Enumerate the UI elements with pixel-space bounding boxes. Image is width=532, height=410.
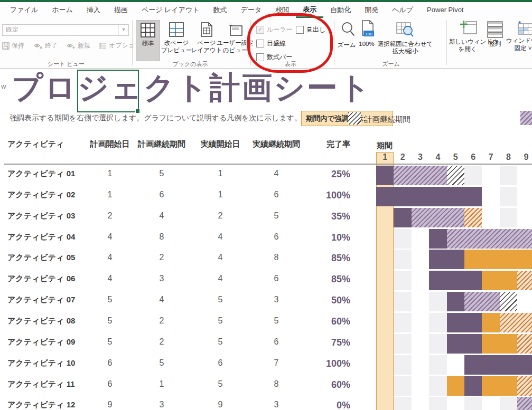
gantt-bar-solid-orange	[447, 376, 464, 396]
activity-name: アクティビティ 12	[7, 400, 75, 410]
zoom-button[interactable]: ズーム	[337, 21, 356, 49]
gantt-table-row: アクティビティ 021616100%	[0, 186, 532, 207]
gantt-bar-hatch-plan	[447, 166, 464, 185]
activity-name: アクティビティ 08	[7, 316, 75, 326]
gantt-bar-solid-purple	[376, 166, 394, 185]
plan-start-value: 4	[83, 274, 136, 283]
normal-view-button[interactable]: 標準	[136, 20, 160, 61]
pct-complete-value: 100%	[293, 190, 350, 201]
zoom-to-selection-label-2: 拡大/縮小	[376, 47, 434, 55]
workbook-views-group-label: ブックの表示	[153, 60, 227, 68]
activity-name: アクティビティ 11	[7, 379, 75, 389]
stray-text: w	[1, 82, 6, 90]
ribbon-tab[interactable]: ホーム	[45, 3, 80, 17]
gantt-bar-solid-orange	[464, 250, 532, 269]
actual-start-value: 5	[194, 379, 247, 389]
ribbon-tab[interactable]: ページ レイアウト	[135, 3, 207, 17]
actual-start-value: 9	[194, 400, 247, 409]
actual-start-value: 1	[194, 190, 247, 199]
ribbon-tab[interactable]: データ	[234, 3, 269, 17]
gantt-table-row: アクティビティ 08525560%	[0, 312, 532, 333]
gantt-bar-solid-orange	[482, 334, 517, 354]
custom-views-button[interactable]: ユーザー設定のビュー	[221, 20, 249, 54]
gantt-bar-solid-purple	[447, 334, 482, 354]
period-number: 1	[376, 152, 394, 162]
gantt-table-row: アクティビティ 05424885%	[0, 249, 532, 270]
svg-text:100: 100	[365, 32, 372, 36]
normal-view-icon	[141, 23, 155, 37]
gantt-table-row: アクティビティ 01151425%	[0, 165, 532, 186]
gantt-bar-solid-purple	[447, 292, 464, 311]
gantt-bar-hatch-purple	[517, 397, 532, 410]
ribbon-tab[interactable]: 開発	[358, 3, 385, 17]
gantt-bar-hatch-orange	[517, 271, 532, 290]
plan-duration-value: 4	[135, 295, 188, 304]
page-layout-view-icon	[200, 22, 213, 37]
exit-sheet-view-button[interactable]: 終了	[34, 41, 58, 50]
period-column-stripe	[394, 334, 411, 354]
ribbon-tab[interactable]: 挿入	[80, 3, 107, 17]
new-sheet-view-button[interactable]: 新規	[67, 41, 90, 50]
ribbon-tab[interactable]: 描画	[107, 3, 135, 17]
gantt-bar-hatch-orange	[517, 376, 532, 396]
plan-start-value: 1	[83, 169, 136, 178]
page-title[interactable]: プロジェクト計画シート	[12, 68, 372, 109]
activity-name: アクティビティ 09	[7, 337, 75, 347]
custom-views-icon	[227, 22, 243, 37]
period-column-stripe	[429, 355, 446, 375]
activity-name: アクティビティ 01	[7, 169, 75, 179]
plan-start-value: 5	[83, 337, 136, 347]
ribbon: ファイルホーム挿入描画ページ レイアウト数式データ校閲表示自動化開発ヘルプPow…	[0, 2, 532, 69]
legend-plan-duration-swatch	[348, 112, 361, 125]
period-column-stripe	[429, 376, 446, 396]
chevron-down-icon[interactable]: ▼	[118, 25, 128, 35]
page-break-preview-button[interactable]: 改ページプレビュー	[162, 20, 191, 54]
column-header-actual-start: 実績開始日	[191, 139, 249, 149]
zoom-group-label: ズーム	[359, 60, 423, 68]
pct-complete-value: 50%	[293, 295, 350, 306]
ribbon-tab[interactable]: 自動化	[323, 3, 358, 17]
ribbon-tab[interactable]: ヘルプ	[385, 3, 420, 17]
zoom-to-selection-button[interactable]: 選択範囲に合わせて 拡大/縮小	[376, 21, 434, 55]
ribbon-tab[interactable]: 数式	[207, 3, 234, 17]
cell-selection-fill-handle[interactable]	[135, 109, 140, 113]
pct-complete-value: 10%	[293, 232, 350, 243]
ribbon-tabs: ファイルホーム挿入描画ページ レイアウト数式データ校閲表示自動化開発ヘルプPow…	[3, 3, 470, 17]
freeze-panes-button[interactable]: * ウィンドウ枠 固定 ˅	[506, 20, 532, 52]
sheet-view-combobox[interactable]: 既定 ▼	[2, 24, 129, 36]
gantt-bar-solid-orange	[482, 313, 499, 332]
actual-start-value: 5	[194, 316, 247, 326]
activity-name: アクティビティ 07	[7, 295, 75, 305]
plan-start-value: 5	[83, 316, 136, 326]
activity-name: アクティビティ 02	[7, 190, 75, 200]
normal-view-label: 標準	[142, 40, 154, 47]
sheet-view-options-button[interactable]: オプション	[99, 41, 141, 50]
new-window-button[interactable]: 新しいウィンドウ を開く	[449, 20, 486, 53]
actual-start-value: 2	[194, 211, 247, 221]
red-annotation-circle	[247, 13, 333, 73]
period-column-stripe	[394, 292, 411, 311]
activity-name: アクティビティ 05	[7, 253, 75, 263]
zoom-100-button[interactable]: 100 100%	[358, 20, 375, 47]
period-number: 9	[517, 152, 532, 162]
ribbon-tab[interactable]: ファイル	[3, 3, 45, 17]
gantt-table-row: アクティビティ 09525675%	[0, 333, 532, 355]
gantt-bar-hatch-orange	[464, 208, 482, 227]
chevron-down-icon: ˅	[528, 45, 532, 51]
plan-duration-value: 2	[135, 316, 188, 326]
period-column-stripe	[394, 271, 411, 290]
arrange-all-button[interactable]: 整列	[486, 21, 504, 47]
period-number: 7	[482, 152, 499, 162]
gantt-table-row: アクティビティ 03242535%	[0, 207, 532, 228]
plan-duration-value: 6	[135, 190, 188, 199]
gantt-bar-hatch-purple	[464, 292, 500, 311]
keep-sheet-view-button[interactable]: 保持	[2, 41, 24, 50]
plan-duration-value: 4	[135, 211, 188, 221]
period-number: 3	[412, 152, 429, 162]
period-column-stripe	[429, 397, 446, 410]
ribbon-tab[interactable]: Power Pivot	[420, 3, 470, 17]
pct-complete-value: 25%	[293, 169, 350, 180]
group-separator	[132, 20, 133, 65]
period-column-stripe	[394, 313, 411, 332]
plan-duration-value: 2	[135, 253, 188, 262]
